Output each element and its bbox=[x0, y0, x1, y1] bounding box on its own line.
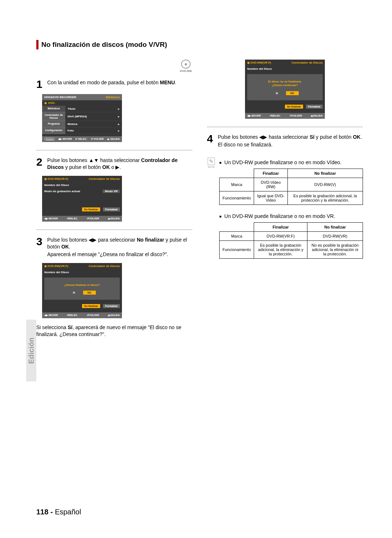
osd-label: Nombre del Disco bbox=[44, 183, 69, 187]
step-2: 2 Pulse los botones ▲▼ hasta seleccionar… bbox=[36, 157, 192, 171]
page-language: Español bbox=[55, 508, 81, 516]
foot-selec: SELEC. bbox=[69, 217, 78, 220]
foot-mover: MOVER bbox=[62, 138, 72, 140]
bold-text: Sí bbox=[68, 324, 72, 330]
td: Funcionamiento bbox=[220, 191, 254, 205]
osd-menu-item: Música bbox=[68, 122, 77, 126]
note-block-1: ✎ NOTA ■Un DVD-RW puede finalizarse o no… bbox=[207, 158, 363, 259]
note-text: Un DVD-RW puede finalizarse o no en modo… bbox=[224, 213, 335, 219]
disc-type-icon: DVD-RW bbox=[179, 60, 192, 73]
note-text: Un DVD-RW puede finalizarse o no en modo… bbox=[224, 159, 342, 166]
bullet-icon: ■ bbox=[219, 214, 221, 219]
text: o ▶. bbox=[110, 164, 121, 170]
dvd-icon: ◉ bbox=[44, 101, 47, 105]
section-accent-bar bbox=[36, 40, 38, 49]
osd-no: NO bbox=[286, 91, 299, 95]
text: Si selecciona bbox=[36, 324, 68, 330]
text: . bbox=[69, 244, 70, 250]
osd-label: Nombre del Disco bbox=[247, 67, 272, 70]
bold-text: OK bbox=[353, 134, 360, 140]
td: DVD-RW(V) bbox=[287, 178, 363, 191]
bullet-icon: ■ bbox=[219, 160, 221, 166]
step-3-follow: Si selecciona Sí, aparecerá de nuevo el … bbox=[36, 324, 192, 338]
step-4: 4 Pulse los botones ◀▶ hasta seleccionar… bbox=[207, 134, 363, 148]
foot-mover: MOVER bbox=[49, 314, 58, 316]
osd-side-item: Biblioteca bbox=[42, 106, 65, 112]
osd-value: Modo VR bbox=[103, 190, 120, 193]
bold-text: Sí bbox=[310, 134, 314, 140]
td: DVD-RW(VR:F) bbox=[254, 231, 307, 240]
text: Pulse los botones ▲▼ hasta seleccionar bbox=[47, 157, 141, 163]
osd-section: Controlador de Discos bbox=[89, 177, 120, 181]
table-video-mode: FinalizarNo finalizar MarcaDVD-Video (RW… bbox=[219, 169, 363, 205]
foot-salida: SALIDA bbox=[110, 314, 120, 316]
text: Pulse los botones ◀▶ hasta seleccionar bbox=[218, 134, 310, 140]
foot-salida: SALIDA bbox=[110, 217, 120, 220]
td: Funcionamiento bbox=[220, 240, 254, 258]
td: Es posible la grabación adicional, la el… bbox=[254, 240, 307, 258]
osd-yes: Sí bbox=[271, 91, 282, 95]
step-1: 1 Con la unidad en modo de parada, pulse… bbox=[36, 79, 192, 89]
text: Pulse los botones ◀▶ para seleccionar bbox=[47, 237, 137, 243]
osd-message-line2: ¿Desea continuar? bbox=[253, 84, 317, 87]
page-footer: 118 - Español bbox=[36, 508, 81, 516]
divider bbox=[207, 127, 363, 127]
osd-section: Controlador de Discos bbox=[291, 61, 323, 64]
osd-no: NO bbox=[83, 291, 96, 295]
th: Finalizar bbox=[254, 169, 287, 178]
note-label: NOTA bbox=[208, 166, 215, 168]
osd-section: Controlador de Discos bbox=[89, 264, 120, 268]
osd-screenshot-3: ◉ DVD-RW(VR:F)Controlador de Discos Nomb… bbox=[42, 263, 122, 318]
osd-side-item: Configuración bbox=[42, 128, 65, 134]
osd-yes: Sí bbox=[68, 291, 79, 295]
bold-text: MENU bbox=[160, 80, 175, 85]
osd-title: DVD-RW(VR:F) bbox=[48, 264, 68, 268]
note-icon: ✎ NOTA bbox=[207, 158, 216, 168]
divider bbox=[36, 150, 192, 150]
osd-menu-item: Foto bbox=[68, 129, 74, 132]
osd-question: ¿Desea finalizar el disco? bbox=[46, 280, 118, 291]
osd-side-item: Programa bbox=[42, 121, 65, 128]
bold-text: OK bbox=[61, 244, 69, 250]
text: y pulse el botón bbox=[314, 134, 353, 140]
osd-button: No finalizar bbox=[82, 207, 100, 211]
bold-text: OK bbox=[102, 164, 110, 170]
osd-button: Formatear bbox=[103, 207, 120, 211]
td: DVD-Video (RW) bbox=[254, 178, 287, 191]
osd-button: Formatear bbox=[306, 105, 323, 109]
divider bbox=[36, 230, 192, 230]
td: DVD-RW(VR) bbox=[307, 231, 363, 240]
right-column: ◉ DVD-RW(VR:F)Controlador de Discos Nomb… bbox=[207, 60, 363, 338]
osd-message-line1: El disco no se finalizará. bbox=[253, 80, 317, 84]
th: No finalizar bbox=[307, 222, 363, 231]
bold-text: No finalizar bbox=[137, 237, 164, 243]
step-text: Con la unidad en modo de parada, pulse e… bbox=[47, 79, 176, 89]
disc-type-label: DVD-RW bbox=[180, 69, 192, 73]
osd-label: Modo de grabación actual bbox=[44, 190, 80, 193]
side-tab-label: Edición bbox=[27, 337, 36, 364]
foot-volver: VOLVER bbox=[292, 114, 302, 117]
osd-title: HDD&DVD RECORDER bbox=[44, 96, 76, 99]
section-title: No finalización de discos (modo V/VR) bbox=[41, 41, 167, 49]
osd-button: No finalizar bbox=[82, 304, 100, 308]
page-number: 118 - bbox=[36, 508, 55, 516]
foot-volver: VOLVER bbox=[94, 138, 104, 140]
text: y pulse el botón bbox=[64, 164, 102, 170]
osd-sub: DVD- bbox=[48, 101, 56, 105]
foot-volver: VOLVER bbox=[89, 314, 99, 316]
foot-selec: SELEC. bbox=[78, 138, 87, 140]
osd-label: Nombre del Disco bbox=[44, 271, 69, 274]
text: . bbox=[360, 134, 362, 140]
osd-menu-item: DivX (MPEG4) bbox=[68, 115, 87, 118]
osd-screenshot-1: HDD&DVD RECORDERBiblioteca ◉DVD- Bibliot… bbox=[42, 94, 122, 142]
osd-menu-item: Título bbox=[68, 107, 75, 110]
foot-selec: SELEC. bbox=[272, 114, 281, 117]
foot-mover: MOVER bbox=[252, 114, 261, 117]
td: Igual que DVD-Video bbox=[254, 191, 287, 205]
td: Marca bbox=[220, 178, 254, 191]
th: Finalizar bbox=[254, 222, 307, 231]
foot-selec: SELEC. bbox=[69, 314, 78, 316]
osd-title: DVD-RW(VR:F) bbox=[48, 177, 68, 181]
text: . bbox=[175, 80, 176, 85]
step-3: 3 Pulse los botones ◀▶ para seleccionar … bbox=[36, 236, 192, 258]
